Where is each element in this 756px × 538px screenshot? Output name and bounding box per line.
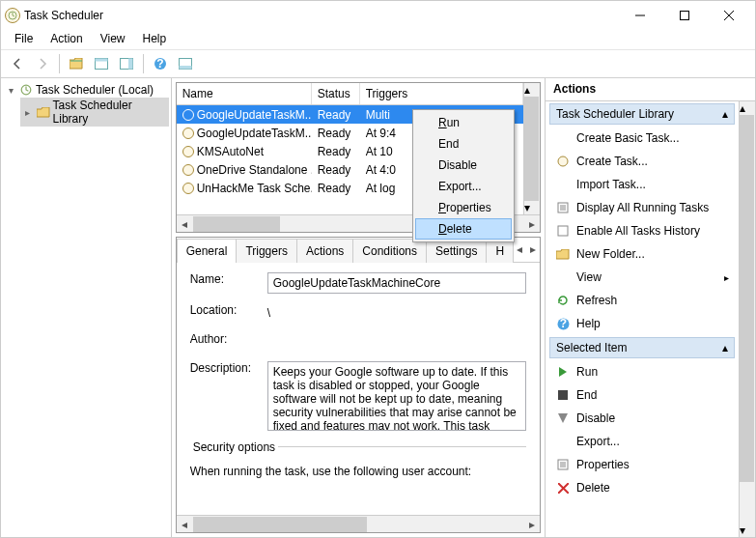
back-button[interactable] <box>7 53 28 74</box>
action-display-all-running[interactable]: Display All Running Tasks <box>549 196 735 219</box>
menu-action[interactable]: Action <box>42 30 90 49</box>
clock-icon <box>19 83 33 97</box>
col-triggers[interactable]: Triggers <box>360 83 523 104</box>
scroll-left-icon[interactable]: ◂ <box>177 517 193 532</box>
blank-icon <box>555 269 571 285</box>
action-help[interactable]: ?Help <box>549 312 735 335</box>
refresh-icon <box>555 293 571 308</box>
menu-file[interactable]: File <box>7 30 41 49</box>
svg-rect-1 <box>681 12 689 20</box>
actions-vertical-scrollbar[interactable]: ▴ ▾ <box>739 101 755 537</box>
location-value: \ <box>267 303 526 323</box>
tab-scroll-right[interactable]: ▸ <box>526 238 540 262</box>
col-name[interactable]: Name <box>177 83 312 104</box>
author-value <box>267 332 526 352</box>
help-button[interactable]: ? <box>150 53 171 74</box>
action-export[interactable]: Export... <box>549 430 735 453</box>
tab-actions[interactable]: Actions <box>296 239 353 263</box>
ctx-end[interactable]: End <box>415 133 512 155</box>
scroll-thumb[interactable] <box>524 97 539 201</box>
folder-button[interactable] <box>66 53 87 74</box>
tab-general[interactable]: General <box>177 239 238 263</box>
col-status[interactable]: Status <box>312 83 360 104</box>
menu-bar: File Action View Help <box>1 30 755 49</box>
menu-help[interactable]: Help <box>135 30 175 49</box>
scroll-thumb[interactable] <box>193 517 367 532</box>
action-create-basic-task[interactable]: Create Basic Task... <box>549 127 735 150</box>
scroll-right-icon[interactable]: ▸ <box>523 216 540 232</box>
folder-icon <box>555 246 571 262</box>
tree-library-label: Task Scheduler Library <box>53 99 167 126</box>
stop-icon <box>555 387 571 403</box>
action-enable-all-history[interactable]: Enable All Tasks History <box>549 219 735 242</box>
action-disable[interactable]: Disable <box>549 407 735 430</box>
scroll-thumb[interactable] <box>193 216 280 232</box>
vertical-scrollbar[interactable]: ▴ ▾ <box>523 83 540 214</box>
panel-button-1[interactable] <box>91 53 112 74</box>
action-properties[interactable]: Properties <box>549 453 735 476</box>
svg-rect-3 <box>96 59 108 62</box>
scroll-left-icon[interactable]: ◂ <box>177 216 193 232</box>
toolbar-separator <box>143 54 144 73</box>
tab-triggers[interactable]: Triggers <box>236 239 297 263</box>
tree-root[interactable]: ▾ Task Scheduler (Local) <box>3 82 169 98</box>
action-import-task[interactable]: Import Task... <box>549 173 735 196</box>
action-run[interactable]: Run <box>549 360 735 383</box>
maximize-button[interactable] <box>662 1 707 30</box>
properties-icon <box>555 457 571 472</box>
ctx-disable[interactable]: Disable <box>415 155 512 176</box>
name-field[interactable]: GoogleUpdateTaskMachineCore <box>267 272 526 294</box>
action-delete[interactable]: Delete <box>549 476 735 499</box>
minimize-button[interactable] <box>618 1 662 30</box>
ctx-properties[interactable]: Properties <box>415 197 512 218</box>
ctx-export[interactable]: Export... <box>415 176 512 197</box>
collapse-icon[interactable]: ▾ <box>5 85 16 96</box>
task-icon <box>182 164 194 176</box>
context-menu: Run End Disable Export... Properties Del… <box>412 109 515 242</box>
toolbar: ? <box>1 49 755 78</box>
menu-view[interactable]: View <box>93 30 133 49</box>
tab-scroll-left[interactable]: ◂ <box>513 238 526 262</box>
actions-pane: Actions Task Scheduler Library ▴ Create … <box>546 78 755 537</box>
list-icon <box>555 200 571 215</box>
panel-button-3[interactable] <box>175 53 196 74</box>
tree-library[interactable]: ▸ Task Scheduler Library <box>20 98 169 127</box>
action-refresh[interactable]: Refresh <box>549 289 735 312</box>
scroll-thumb[interactable] <box>740 115 754 482</box>
action-create-task[interactable]: Create Task... <box>549 150 735 173</box>
scroll-up-icon[interactable]: ▴ <box>740 101 755 115</box>
detail-horizontal-scrollbar[interactable]: ◂ ▸ <box>177 515 540 532</box>
scroll-down-icon[interactable]: ▾ <box>740 524 755 537</box>
ctx-delete[interactable]: Delete <box>415 218 512 240</box>
disable-icon <box>555 411 571 426</box>
app-icon <box>5 8 20 23</box>
scroll-up-icon[interactable]: ▴ <box>524 83 540 97</box>
description-field[interactable]: Keeps your Google software up to date. I… <box>267 361 526 431</box>
expand-icon[interactable]: ▸ <box>22 107 34 118</box>
collapse-icon[interactable]: ▴ <box>722 341 728 354</box>
collapse-icon[interactable]: ▴ <box>722 107 728 121</box>
task-detail: General Triggers Actions Conditions Sett… <box>176 237 541 533</box>
action-new-folder[interactable]: New Folder... <box>549 242 735 266</box>
action-view[interactable]: View▸ <box>549 266 735 289</box>
blank-icon <box>555 177 571 192</box>
actions-section-selected[interactable]: Selected Item ▴ <box>549 337 735 358</box>
forward-button[interactable] <box>32 53 53 74</box>
action-end[interactable]: End <box>549 383 735 407</box>
panel-button-2[interactable] <box>116 53 137 74</box>
close-button[interactable] <box>707 1 751 30</box>
scroll-down-icon[interactable]: ▾ <box>524 201 540 214</box>
actions-section-library[interactable]: Task Scheduler Library ▴ <box>549 103 735 125</box>
task-icon <box>182 146 194 157</box>
tree-root-label: Task Scheduler (Local) <box>36 83 154 97</box>
svg-rect-13 <box>558 226 568 236</box>
ctx-run[interactable]: Run <box>415 112 512 133</box>
blank-icon <box>555 434 571 449</box>
svg-rect-16 <box>558 390 568 400</box>
svg-rect-9 <box>180 66 192 70</box>
scroll-right-icon[interactable]: ▸ <box>523 517 540 532</box>
svg-rect-5 <box>128 59 133 70</box>
security-text: When running the task, use the following… <box>190 465 526 478</box>
name-label: Name: <box>190 272 267 294</box>
window-title: Task Scheduler <box>24 9 618 22</box>
